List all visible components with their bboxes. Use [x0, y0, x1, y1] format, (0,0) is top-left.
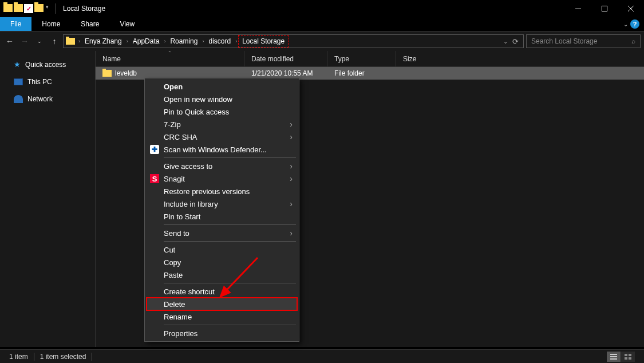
star-icon: ★	[14, 60, 21, 69]
ctx-open[interactable]: Open	[147, 80, 297, 93]
divider	[34, 353, 34, 361]
tab-file[interactable]: File	[0, 17, 31, 31]
chevron-down-icon[interactable]: ⌄	[623, 21, 628, 27]
maximize-button[interactable]	[591, 0, 618, 17]
back-button[interactable]: ←	[3, 35, 16, 48]
column-date[interactable]: Date modified	[244, 51, 327, 66]
divider	[56, 3, 56, 14]
folder-icon[interactable]	[34, 4, 44, 12]
ctx-open-new-window[interactable]: Open in new window	[147, 93, 297, 105]
file-date: 1/21/2020 10:55 AM	[244, 69, 327, 77]
window-title: Local Storage	[62, 5, 106, 13]
ctx-label: 7-Zip	[164, 120, 181, 129]
view-thumbnails-button[interactable]	[621, 352, 635, 362]
ctx-crc-sha[interactable]: CRC SHA›	[147, 131, 297, 143]
chevron-right-icon[interactable]: ›	[77, 38, 81, 44]
folder-icon[interactable]	[14, 4, 23, 12]
ctx-pin-quick[interactable]: Pin to Quick access	[147, 105, 297, 118]
ctx-include-library[interactable]: Include in library›	[147, 198, 297, 210]
properties-icon[interactable]: ✓	[24, 4, 33, 13]
ctx-7zip[interactable]: 7-Zip›	[147, 118, 297, 131]
chevron-right-icon[interactable]: ›	[163, 38, 167, 44]
ctx-give-access[interactable]: Give access to›	[147, 160, 297, 172]
breadcrumb-item[interactable]: AppData	[129, 35, 163, 48]
breadcrumb-item[interactable]: Enya Zhang	[81, 35, 125, 48]
chevron-down-icon[interactable]: ⌄	[503, 38, 508, 45]
column-type[interactable]: Type	[327, 51, 396, 66]
ctx-properties[interactable]: Properties	[147, 327, 297, 340]
folder-icon[interactable]	[3, 4, 13, 12]
shield-icon: ✚	[150, 145, 159, 154]
svg-rect-5	[610, 358, 617, 360]
ctx-create-shortcut[interactable]: Create shortcut	[147, 285, 297, 298]
ribbon-tabs: File Home Share View ⌄ ?	[0, 17, 644, 31]
ctx-restore[interactable]: Restore previous versions	[147, 185, 297, 198]
sidebar-quick-access[interactable]: ★ Quick access	[0, 58, 95, 71]
ctx-snagit[interactable]: SSnagit›	[147, 172, 297, 185]
minimize-button[interactable]	[565, 0, 591, 17]
tab-view[interactable]: View	[109, 17, 145, 31]
tab-home[interactable]: Home	[31, 17, 70, 31]
separator	[164, 283, 296, 283]
sidebar-this-pc[interactable]: This PC	[0, 76, 95, 88]
sidebar-label: Network	[27, 95, 53, 103]
separator	[164, 325, 296, 325]
status-bar: 1 item 1 item selected	[0, 349, 644, 363]
breadcrumb-item[interactable]: Roaming	[167, 35, 201, 48]
ctx-rename[interactable]: Rename	[147, 310, 297, 323]
chevron-right-icon: ›	[290, 120, 293, 129]
tab-share[interactable]: Share	[70, 17, 109, 31]
ctx-delete[interactable]: Delete	[147, 298, 297, 310]
close-button[interactable]	[618, 0, 644, 17]
folder-icon	[66, 38, 75, 45]
svg-rect-8	[625, 357, 627, 360]
chevron-right-icon: ›	[290, 174, 293, 183]
chevron-right-icon[interactable]: ›	[125, 38, 129, 44]
ctx-send-to[interactable]: Send to›	[147, 227, 297, 239]
address-bar[interactable]: › Enya Zhang › AppData › Roaming › disco…	[63, 34, 524, 48]
view-details-button[interactable]	[607, 352, 621, 362]
main-area: ★ Quick access This PC Network Name ⌃ Da…	[0, 51, 644, 347]
chevron-right-icon: ›	[290, 199, 293, 208]
ctx-cut[interactable]: Cut	[147, 243, 297, 256]
file-type: File folder	[327, 69, 396, 77]
column-size[interactable]: Size	[396, 51, 465, 66]
ctx-pin-start[interactable]: Pin to Start	[147, 210, 297, 223]
ctx-paste[interactable]: Paste	[147, 269, 297, 281]
separator	[164, 157, 296, 158]
search-icon: ⌕	[631, 37, 635, 45]
search-input[interactable]: Search Local Storage ⌕	[526, 34, 641, 48]
ctx-label: Give access to	[164, 162, 212, 171]
recent-dropdown[interactable]: ⌄	[33, 35, 46, 48]
breadcrumb-item[interactable]: discord	[205, 35, 234, 48]
column-label: Name	[102, 55, 121, 63]
up-button[interactable]: ↑	[48, 35, 61, 48]
svg-rect-9	[629, 357, 631, 360]
file-name: leveldb	[115, 69, 137, 77]
ctx-label: Scan with Windows Defender...	[164, 145, 267, 154]
chevron-right-icon: ›	[290, 228, 293, 238]
forward-button[interactable]: →	[18, 35, 31, 48]
sidebar-label: Quick access	[25, 61, 66, 69]
ctx-label: Snagit	[164, 175, 185, 183]
ctx-label: CRC SHA	[164, 133, 197, 141]
column-name[interactable]: Name ⌃	[96, 51, 244, 66]
chevron-right-icon[interactable]: ›	[234, 38, 238, 44]
address-row: ← → ⌄ ↑ › Enya Zhang › AppData › Roaming…	[0, 31, 644, 51]
svg-rect-3	[610, 354, 617, 355]
sidebar-network[interactable]: Network	[0, 93, 95, 105]
separator	[164, 224, 296, 225]
quick-access-toolbar: ✓ ▾	[0, 4, 52, 13]
refresh-icon[interactable]: ⟳	[512, 37, 519, 46]
network-icon	[14, 95, 23, 103]
help-icon[interactable]: ?	[630, 19, 639, 29]
snagit-icon: S	[150, 174, 159, 183]
ctx-defender[interactable]: ✚Scan with Windows Defender...	[147, 143, 297, 156]
ctx-copy[interactable]: Copy	[147, 256, 297, 269]
chevron-right-icon[interactable]: ›	[201, 38, 205, 44]
qat-dropdown-icon[interactable]: ▾	[46, 4, 49, 13]
breadcrumb-current[interactable]: Local Storage	[238, 35, 289, 48]
status-item-count: 1 item	[9, 353, 28, 361]
column-headers: Name ⌃ Date modified Type Size	[96, 51, 644, 67]
svg-rect-0	[575, 9, 581, 9]
